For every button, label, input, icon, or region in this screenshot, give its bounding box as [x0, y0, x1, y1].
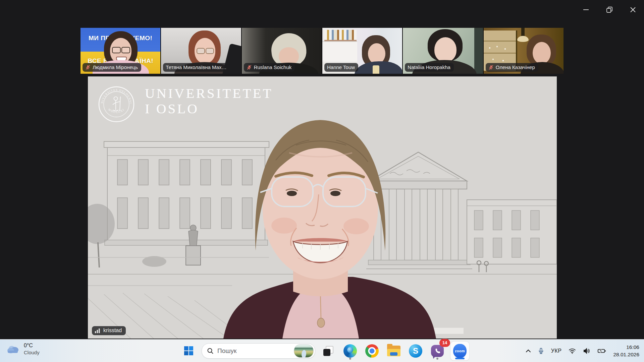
windows-logo-icon	[184, 346, 193, 355]
uio-wordmark-line1: UNIVERSITETET	[145, 86, 273, 101]
chevron-up-icon	[526, 349, 531, 353]
restore-button[interactable]	[602, 4, 617, 15]
seal-top-text: UNIVERSITAS OSLOENSIS	[98, 86, 132, 104]
cloud-icon	[7, 344, 19, 354]
tray-date: 28.01.2026	[613, 351, 639, 358]
tray-time: 16:06	[613, 344, 639, 351]
volume-icon	[583, 348, 590, 354]
weather-widget[interactable]: 0°C Cloudy	[7, 342, 40, 356]
person-figure	[533, 42, 551, 64]
chrome-app-button[interactable]	[363, 342, 381, 360]
participant-name: Nataliia Horopakha	[408, 64, 450, 70]
search-box[interactable]: Пошук	[202, 343, 315, 359]
active-app-indicator	[455, 358, 465, 359]
participant-name-label: Олена Казачінер	[486, 63, 538, 72]
restore-icon	[606, 6, 613, 13]
tile-background	[474, 28, 483, 74]
phone-icon	[434, 348, 441, 354]
person-figure	[434, 37, 457, 62]
clock[interactable]: 16:06 28.01.2026	[613, 344, 639, 358]
participant-name-label: Nataliia Horopakha	[405, 63, 454, 72]
participant-tile-nataliia[interactable]: Nataliia Horopakha	[403, 28, 483, 74]
search-highlight-image	[301, 349, 307, 357]
participant-name-label: Тетяна Миколаївна Мах…	[163, 63, 230, 72]
active-speaker-video: UNIVERSITAS OSLOENSIS MDCCCXI UNIVERSITE…	[88, 76, 557, 339]
uio-logo: UNIVERSITAS OSLOENSIS MDCCCXI UNIVERSITE…	[98, 86, 273, 123]
participant-strip: МИ ПЕРЕМОЖЕМО! ВСЕ БУДЕ УКРАЇНА! Людмила…	[80, 28, 564, 74]
battery-charging-icon	[597, 348, 606, 354]
zoom-icon: zoom	[453, 344, 467, 358]
person-figure	[373, 65, 379, 74]
participant-tile-hanne[interactable]: Hanne Touw	[322, 28, 402, 74]
audio-level-icon	[95, 328, 101, 333]
person-figure	[206, 48, 214, 54]
mic-muted-icon	[488, 65, 494, 70]
file-explorer-icon	[387, 346, 400, 356]
search-icon	[207, 348, 214, 354]
participant-name: Тетяна Миколаївна Мах…	[166, 64, 226, 70]
mic-muted-icon	[247, 65, 252, 70]
running-indicator	[436, 358, 438, 360]
zoom-app-button[interactable]: zoom	[450, 342, 469, 360]
participant-name: Ruslana Soichuk	[254, 64, 292, 70]
start-button[interactable]	[180, 342, 197, 360]
skype-icon: S	[409, 344, 422, 358]
edge-app-button[interactable]	[341, 342, 359, 360]
minimize-button[interactable]	[578, 4, 594, 15]
person-figure	[368, 43, 385, 64]
participant-name: Hanne Touw	[327, 64, 355, 70]
edge-icon	[343, 344, 357, 358]
participant-name: Олена Казачінер	[496, 64, 535, 70]
person-figure	[112, 47, 121, 53]
search-highlight-image[interactable]	[294, 344, 314, 358]
running-indicator	[349, 358, 351, 360]
close-icon	[629, 6, 637, 13]
minimize-icon	[582, 6, 590, 13]
lamp	[521, 28, 525, 37]
participant-name: Людмила Міронець	[93, 64, 138, 70]
person-figure	[197, 48, 205, 54]
participant-tile-olena[interactable]: Олена Казачінер	[484, 28, 564, 74]
skype-app-button[interactable]: S	[407, 342, 424, 360]
bookshelf	[324, 30, 357, 41]
language-indicator[interactable]: УКР	[550, 348, 563, 354]
weather-condition: Cloudy	[24, 349, 40, 356]
lamp	[517, 36, 529, 42]
speaker-name: krisstad	[103, 327, 122, 334]
participant-tile-ruslana[interactable]: Ruslana Soichuk	[242, 28, 322, 74]
participant-name-label: Ruslana Soichuk	[244, 63, 295, 72]
zoom-meeting-window: МИ ПЕРЕМОЖЕМО! ВСЕ БУДЕ УКРАЇНА! Людмила…	[0, 0, 644, 362]
wifi-icon	[569, 348, 576, 354]
taskbar: 0°C Cloudy Пошук	[0, 339, 644, 362]
participant-tile-liudmyla[interactable]: МИ ПЕРЕМОЖЕМО! ВСЕ БУДЕ УКРАЇНА! Людмила…	[80, 28, 160, 74]
participant-name-label: Людмила Міронець	[83, 63, 141, 72]
viber-app-button[interactable]: 14	[429, 342, 446, 360]
wifi-tray-button[interactable]	[567, 347, 577, 355]
window-controls	[578, 4, 641, 15]
tray-overflow-button[interactable]	[524, 348, 532, 354]
task-view-button[interactable]	[320, 342, 337, 360]
speaker-name-label: krisstad	[92, 326, 126, 335]
uio-seal-icon: UNIVERSITAS OSLOENSIS MDCCCXI	[98, 86, 135, 123]
volume-tray-button[interactable]	[582, 347, 592, 355]
participant-name-label: Hanne Touw	[324, 63, 358, 72]
viber-icon	[433, 356, 436, 359]
microphone-tray-button[interactable]	[537, 346, 545, 356]
chrome-icon	[365, 344, 379, 358]
uio-wordmark: UNIVERSITETET I OSLO	[145, 86, 273, 117]
svg-text:UNIVERSITAS OSLOENSIS: UNIVERSITAS OSLOENSIS	[98, 86, 132, 104]
system-tray: УКР 16:06	[524, 340, 644, 362]
taskbar-center: Пошук	[180, 340, 469, 362]
participant-tile-tetiana[interactable]: Тетяна Миколаївна Мах…	[161, 28, 241, 74]
battery-tray-button[interactable]	[596, 347, 607, 355]
uio-wordmark-line2: I OSLO	[145, 101, 273, 117]
task-view-icon	[323, 346, 333, 356]
mic-muted-icon	[85, 65, 91, 70]
file-explorer-button[interactable]	[385, 342, 402, 360]
viber-notification-badge: 14	[439, 339, 450, 347]
weather-temperature: 0°C	[24, 342, 40, 349]
search-placeholder: Пошук	[217, 347, 236, 355]
close-button[interactable]	[625, 4, 641, 15]
person-figure	[121, 47, 130, 53]
microphone-icon	[538, 348, 544, 354]
